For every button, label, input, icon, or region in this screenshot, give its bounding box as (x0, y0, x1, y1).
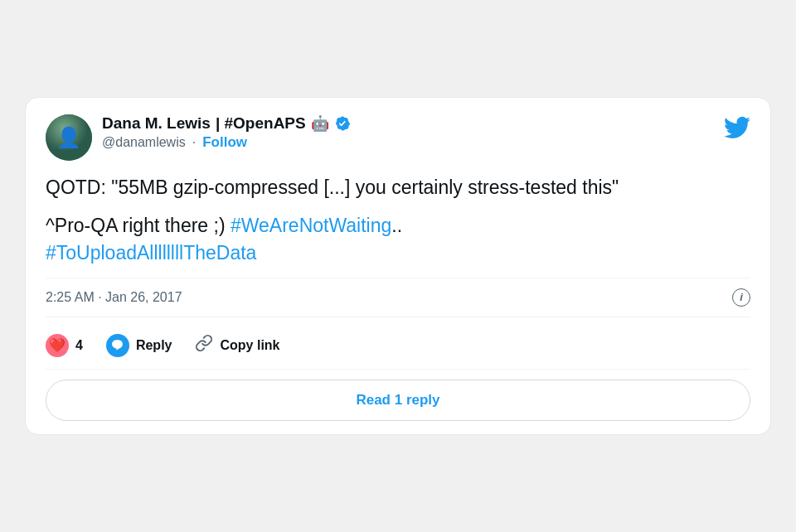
verified-badge-icon (334, 115, 351, 132)
tweet-text-prefix: ^Pro-QA right there ;) (46, 215, 231, 236)
avatar[interactable]: 👤 (46, 114, 92, 161)
hashtag-in-name: | #OpenAPS (216, 114, 306, 133)
heart-icon: ❤️ (46, 334, 69, 357)
hashtag-link-1[interactable]: #WeAreNotWaiting (231, 215, 391, 236)
tweet-text-line2: ^Pro-QA right there ;) #WeAreNotWaiting.… (46, 212, 750, 265)
reply-bubble-icon (106, 334, 129, 357)
copy-link-action[interactable]: Copy link (195, 334, 279, 356)
read-replies-button[interactable]: Read 1 reply (46, 380, 750, 421)
info-icon[interactable]: i (732, 288, 750, 307)
username-row: @danamlewis · Follow (102, 134, 351, 151)
tweet-text-line1: QOTD: "55MB gzip-compressed [...] you ce… (46, 174, 750, 201)
user-info-section: 👤 Dana M. Lewis | #OpenAPS 🤖 @danamle (46, 114, 351, 161)
timestamp: 2:25 AM · Jan 26, 2017 (46, 290, 182, 305)
username: @danamlewis (102, 135, 186, 150)
display-name-row: Dana M. Lewis | #OpenAPS 🤖 (102, 114, 351, 133)
svg-text:👤: 👤 (56, 125, 81, 149)
robot-emoji-icon: 🤖 (311, 114, 329, 133)
hashtag-link-2[interactable]: #ToUploadAllllllllTheData (46, 242, 256, 264)
tweet-header: 👤 Dana M. Lewis | #OpenAPS 🤖 @danamle (46, 114, 750, 161)
like-count: 4 (75, 338, 83, 353)
follow-button[interactable]: Follow (202, 134, 247, 151)
actions-row: ❤️ 4 Reply Copy link (46, 327, 750, 370)
tweet-card: 👤 Dana M. Lewis | #OpenAPS 🤖 @danamle (25, 97, 771, 435)
avatar-image: 👤 (46, 114, 92, 161)
tweet-meta: 2:25 AM · Jan 26, 2017 i (46, 278, 750, 317)
reply-action[interactable]: Reply (106, 334, 172, 357)
display-name: Dana M. Lewis (102, 114, 211, 133)
twitter-logo-icon (724, 114, 750, 147)
tweet-between: .. (391, 215, 402, 236)
copy-link-icon (195, 334, 213, 356)
reply-label: Reply (136, 338, 172, 353)
tweet-body: QOTD: "55MB gzip-compressed [...] you ce… (46, 174, 750, 266)
separator-dot: · (192, 135, 196, 150)
copy-link-label: Copy link (220, 338, 279, 353)
like-action[interactable]: ❤️ 4 (46, 334, 83, 357)
user-details: Dana M. Lewis | #OpenAPS 🤖 @danamlewis ·… (102, 114, 351, 151)
